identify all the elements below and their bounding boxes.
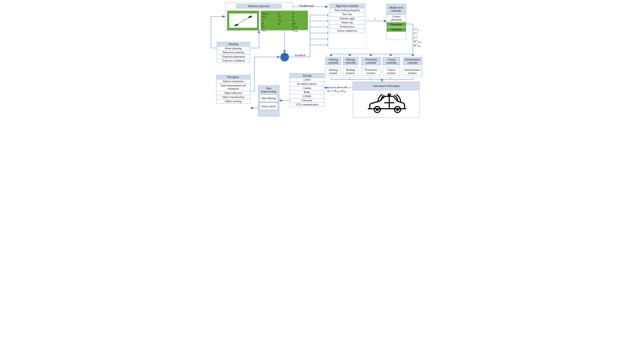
vehicle-schematic-icon	[229, 13, 257, 28]
list-item: Object detection	[216, 91, 250, 95]
list-item: GNSS	[290, 78, 324, 82]
car-icon	[364, 91, 409, 115]
v-label: v	[374, 17, 376, 20]
feedback-label: Feedback	[295, 54, 306, 57]
list-item: Sideslip angle	[330, 16, 365, 21]
controller-box: Powertrain controller	[361, 57, 381, 65]
sensing-block: Sensing GNSSIn-vehicle sensorsCameraRada…	[290, 73, 324, 107]
high-level-title: High-level controller	[330, 4, 365, 8]
plant-box: Automated vehicle plant	[353, 82, 420, 118]
list-item: State measurement and estimation	[216, 83, 250, 91]
middle-level-block: Middle-level controller Control allocati…	[386, 4, 406, 32]
actuator-box: Steering actuator	[326, 68, 341, 75]
reference-generator-box: Reference generator ηlongβaxηlatCFayyCRa…	[225, 3, 293, 30]
reference-generator-title: Reference generator	[236, 4, 282, 8]
data-preprocessing-box: Data preprocessing Data filteringSensor …	[258, 85, 279, 116]
list-item: Path tracking (long/lat)	[330, 8, 365, 12]
svg-point-11	[396, 109, 398, 110]
middle-level-title: Middle-level controller	[386, 4, 406, 15]
list-item: Control allocation	[386, 14, 406, 22]
actuator-box: Powertrain actuator	[361, 68, 381, 75]
controller-box: Aerodynamics controller	[403, 57, 422, 65]
sensor-signal-list: ax, ay, az, ψ̇, ωi, φ̇, Δzi, δ, Mi,em, M…	[327, 85, 354, 93]
list-item: Trajectory generation	[217, 54, 250, 59]
data-preprocessing-title: Data preprocessing	[260, 87, 278, 93]
svg-point-10	[376, 109, 378, 110]
list-item: Ultrasonic	[290, 98, 324, 103]
perception-block: Perception Vehicle localisationState mea…	[216, 75, 250, 103]
planning-title: Planning	[217, 42, 250, 46]
controller-box: Braking controller	[343, 57, 358, 65]
list-item: Sensor fusion	[260, 103, 278, 110]
list-item: Constrains	[386, 27, 406, 32]
high-level-block: High-level controller Path tracking (lon…	[330, 4, 365, 33]
list-item: Object tracking	[216, 99, 250, 103]
list-item: Data filtering	[260, 95, 278, 102]
actuator-box: Braking actuator	[343, 68, 358, 75]
list-item: Yaw rate	[330, 12, 365, 16]
list-item: Behaviour planning	[217, 50, 250, 55]
list-item: Saturation	[386, 22, 406, 27]
summing-junction: + −	[280, 53, 289, 61]
feedforward-label: Feedforward	[300, 4, 314, 7]
svg-line-5	[242, 18, 243, 21]
ca-output-symbols: FCAziδCAiγCAiMCAem,iMCAbr,i	[414, 28, 422, 47]
list-item: In-vehicle sensors	[290, 82, 324, 86]
planning-block: Planning Route planningBehaviour plannin…	[217, 42, 250, 63]
list-item: Vehicle localisation	[216, 79, 250, 83]
list-item: Trajectory validation	[217, 58, 250, 63]
actuator-box: Aerodynamics actuator	[403, 68, 422, 75]
list-item: Active camber/toe	[330, 29, 365, 33]
list-item: Normal force	[330, 24, 365, 29]
actuator-box: Chassis actuator	[383, 68, 400, 75]
vehicle-model-image	[227, 11, 259, 30]
sensing-title: Sensing	[290, 73, 324, 78]
controller-box: Steering controller	[326, 57, 341, 65]
list-item: LIDAR	[290, 94, 324, 98]
controller-box: Chassis controller	[383, 57, 400, 65]
list-item: Object classification	[216, 95, 250, 99]
list-item: Wheel slip	[330, 20, 365, 25]
diagram-root: Reference generator ηlongβaxηlatCFayyCRa…	[208, 0, 436, 127]
plant-title: Automated vehicle plant	[353, 82, 420, 90]
list-item: Radar	[290, 90, 324, 94]
svg-rect-14	[388, 94, 390, 95]
perception-title: Perception	[216, 75, 250, 79]
list-item: V2X communication	[290, 102, 324, 107]
list-item: Route planning	[217, 46, 250, 50]
reference-variables: ηlongβaxηlatCFayyCRazψψ̇μ(λ)VxVZ,smxLAVZ…	[260, 11, 308, 30]
list-item: Camera	[290, 86, 324, 90]
